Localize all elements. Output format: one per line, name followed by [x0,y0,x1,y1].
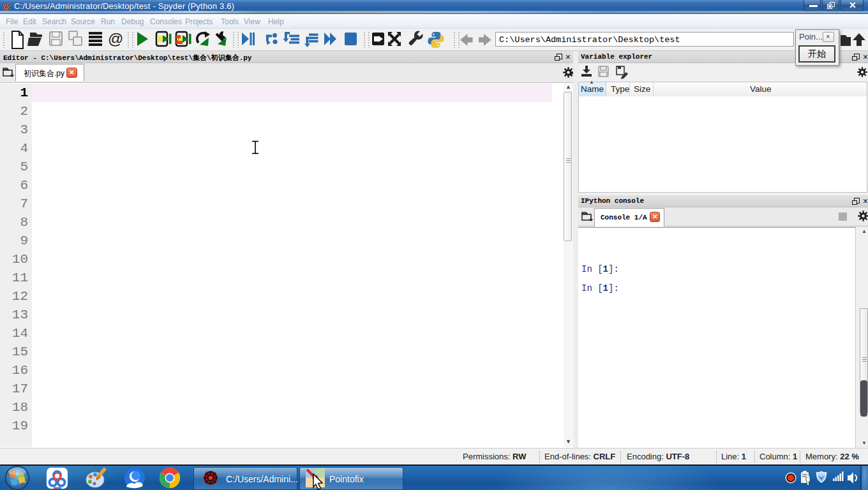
svg-text:@: @ [108,30,123,47]
svg-text:C:\Users\Administrator\Desktop: C:\Users\Administrator\Desktop\test [499,35,680,45]
